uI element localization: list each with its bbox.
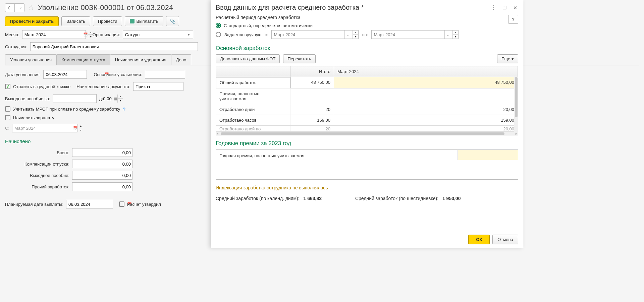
save-button[interactable]: Записать (61, 16, 90, 26)
more-menu-icon[interactable] (491, 5, 497, 11)
reflect-book-checkbox[interactable] (5, 84, 10, 89)
dismiss-basis-input[interactable] (145, 72, 206, 77)
grid-hscrollbar[interactable]: ◂ ▸ (216, 132, 518, 136)
dismiss-date-label: Дата увольнения: (5, 72, 41, 77)
year-bonus-grid[interactable]: Годовая премия, полностью учитываемая (216, 149, 518, 180)
mrot-checkbox[interactable] (5, 106, 10, 112)
manual-from-open-icon: … (344, 31, 353, 39)
page-title: Увольнение 00ЗК-000001 от 06.03.2024 (38, 3, 173, 12)
vacation-comp-label: Компенсации отпуска: (5, 162, 69, 167)
dismiss-basis-label: Основание увольнения: (94, 72, 142, 77)
approved-checkbox[interactable] (119, 201, 124, 207)
from-calendar-icon: 📅 (73, 124, 78, 132)
org-label: Организация: (93, 32, 120, 37)
severance-label: Выходное пособие за: (5, 96, 50, 101)
from-label: С: (5, 126, 9, 131)
grid-vscrollbar[interactable] (514, 77, 518, 132)
year-bonus-value-cell[interactable] (458, 150, 518, 160)
tab-conditions[interactable]: Условия увольнения (5, 54, 57, 65)
from-month-input (12, 126, 73, 131)
total-label: Всего: (5, 150, 69, 155)
month-input[interactable] (22, 32, 83, 37)
avg-calendar-value: 1 663,82 (303, 196, 322, 201)
manual-from-label: с: (265, 32, 268, 37)
days-label: дн. (99, 96, 105, 101)
grid-col-total: Итого (290, 66, 334, 77)
mrot-label: Учитывать МРОТ при оплате по среднему за… (13, 107, 120, 112)
grid-row-hours[interactable]: Отработано часов 159,00 159,00 (216, 115, 518, 126)
accrue-salary-checkbox[interactable] (5, 115, 10, 120)
emp-label: Сотрудник: (5, 44, 28, 49)
from-down: ▼ (78, 128, 84, 132)
ok-button[interactable]: ОК (468, 235, 490, 244)
planned-date-label: Планируемая дата выплаты: (5, 202, 63, 207)
grid-col-march: Март 2024 (334, 66, 518, 77)
reread-button[interactable]: Перечитать (283, 54, 315, 63)
manual-to-open-icon: … (444, 31, 452, 39)
grid-row-days[interactable]: Отработано дней 20 20,00 (216, 104, 518, 115)
radio-standard-label: Стандартный, определяется автоматически (224, 23, 313, 28)
manual-to-input (372, 32, 444, 37)
tab-vacation-comp[interactable]: Компенсации отпуска (56, 54, 110, 65)
favorite-star-icon[interactable]: ☆ (28, 3, 35, 12)
help-button[interactable]: ? (508, 15, 518, 24)
other-income-label: Прочий заработок: (5, 184, 69, 189)
nav-back-button[interactable]: 🡠 (5, 4, 15, 12)
approved-label: Расчет утвердил (127, 202, 161, 207)
year-bonus-row-label: Годовая премия, полностью учитываемая (216, 150, 458, 179)
period-section-label: Расчетный период среднего заработка (216, 15, 505, 20)
sev-pay-label: Выходное пособие: (5, 173, 69, 178)
add-fot-button[interactable]: Дополнить по данным ФОТ (216, 54, 280, 63)
more-button[interactable]: Еще ▾ (497, 54, 518, 63)
nav-forward-button[interactable]: 🡢 (15, 4, 24, 12)
manual-from-input (272, 32, 344, 37)
grid-col-name (216, 66, 290, 77)
org-dropdown-icon[interactable]: ▾ (185, 31, 193, 39)
grid-row-bonus[interactable]: Премия, полностью учитываемая (216, 88, 518, 104)
post-button[interactable]: Провести (93, 16, 122, 26)
total-accrued-input[interactable] (72, 150, 133, 155)
accrued-heading: Начислено (5, 138, 132, 144)
main-income-heading: Основной заработок (216, 45, 518, 52)
manual-to-label: по: (362, 32, 368, 37)
vacation-comp-input[interactable] (72, 162, 133, 167)
emp-input[interactable] (31, 44, 198, 49)
attach-button[interactable] (166, 16, 179, 26)
avg-six-value: 1 950,00 (442, 196, 461, 201)
close-icon[interactable] (512, 5, 518, 11)
clip-icon (170, 19, 175, 24)
sev-pay-input[interactable] (72, 173, 133, 178)
sev-down[interactable]: ▼ (118, 99, 123, 103)
radio-standard[interactable] (216, 23, 221, 28)
help-icon[interactable]: ? (123, 107, 125, 112)
cancel-button[interactable]: Отмена (492, 235, 518, 244)
sev-up[interactable]: ▲ (118, 95, 123, 99)
from-up: ▲ (78, 124, 84, 128)
tab-accruals[interactable]: Начисления и удержания (110, 54, 171, 65)
radio-manual-label: Задается вручную (224, 32, 261, 37)
post-and-close-button[interactable]: Провести и закрыть (5, 16, 59, 26)
doc-name-input[interactable] (133, 84, 194, 89)
org-input[interactable] (123, 32, 185, 37)
grid-row-total-income[interactable]: Общий заработок 48 750,00 48 750,00 (216, 77, 518, 88)
radio-manual[interactable] (216, 32, 221, 37)
tab-additional[interactable]: Допо (171, 54, 191, 65)
other-income-input[interactable] (72, 184, 133, 189)
severance-calc-icon[interactable]: ▦ (114, 95, 117, 103)
pay-button[interactable]: Выплатить (125, 16, 163, 26)
year-bonus-heading: Годовые премии за 2023 год (216, 140, 518, 147)
pay-button-label: Выплатить (136, 19, 158, 24)
avg-six-label: Средний заработок (по шестидневке): (355, 196, 438, 201)
indexation-warning: Индексация заработка сотрудника не выпол… (216, 185, 518, 190)
maximize-icon[interactable] (501, 5, 507, 11)
grid-row-days-5day[interactable]: Отработано дней по пятидневной 20 20,00 (216, 126, 518, 132)
doc-name-label: Наименование документа: (76, 84, 130, 89)
avg-calendar-label: Средний заработок (по календ. дням): (216, 196, 300, 201)
month-calendar-icon[interactable]: 📅 (83, 31, 88, 39)
planned-date-input[interactable] (66, 202, 127, 207)
month-label: Месяц: (5, 32, 19, 37)
dialog-title: Ввод данных для расчета среднего заработ… (216, 4, 491, 11)
pay-icon (130, 19, 135, 23)
reflect-book-label: Отразить в трудовой книжке (13, 84, 70, 89)
accrue-salary-label: Начислить зарплату (13, 115, 54, 120)
